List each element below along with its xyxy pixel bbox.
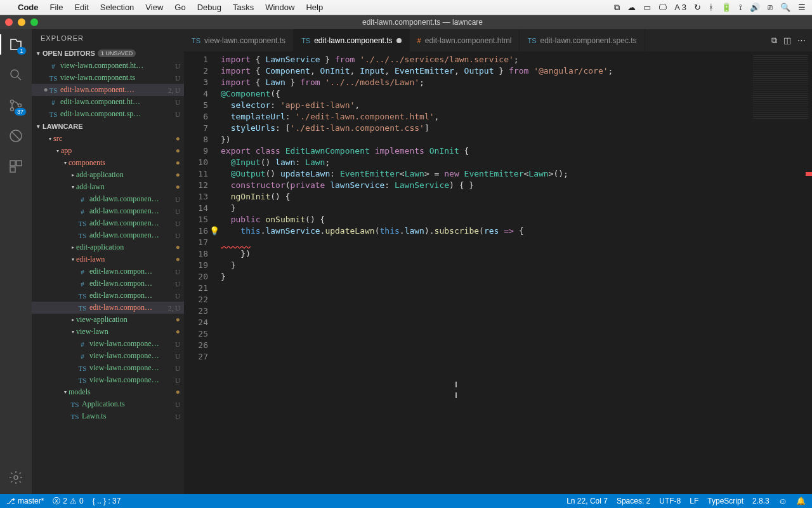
scm-badge: 37 (15, 108, 26, 116)
menu-view[interactable]: View (145, 3, 163, 12)
screen-icon[interactable]: ▭ (643, 3, 651, 12)
editor-tab[interactable]: #edit-lawn.component.html (410, 29, 520, 51)
battery-icon[interactable]: 🔋 (721, 3, 731, 12)
open-editor-item[interactable]: TSedit-lawn.component.sp…U (32, 108, 184, 120)
display-icon[interactable]: 🖵 (658, 3, 667, 12)
mac-menu-bar: Code File Edit Selection View Go Debug T… (0, 0, 812, 15)
tree-item[interactable]: #add-lawn.componen…U (32, 205, 184, 217)
minimap[interactable] (749, 51, 812, 494)
tree-item[interactable]: ▸edit-application● (32, 241, 184, 253)
tree-item[interactable]: ▸add-application● (32, 169, 184, 181)
adobe-icon[interactable]: A 3 (674, 3, 686, 12)
editor-tab[interactable]: TSedit-lawn.component.spec.ts (520, 29, 645, 51)
status-cursor[interactable]: Ln 22, Col 7 (566, 497, 608, 505)
tree-item[interactable]: ▾add-lawn● (32, 181, 184, 193)
spotlight-icon[interactable]: 🔍 (780, 3, 790, 12)
tree-item[interactable]: ▾view-lawn● (32, 326, 184, 338)
tree-item[interactable]: #add-lawn.componen…U (32, 193, 184, 205)
scm-icon[interactable]: 37 (7, 97, 25, 114)
status-language[interactable]: TypeScript (707, 497, 743, 505)
menu-help[interactable]: Help (306, 3, 323, 12)
status-eol[interactable]: LF (690, 497, 698, 505)
menu-go[interactable]: Go (174, 3, 185, 12)
svg-point-0 (11, 70, 18, 77)
dropbox-icon[interactable]: ⧉ (614, 3, 620, 13)
status-encoding[interactable]: UTF-8 (659, 497, 681, 505)
bluetooth-icon[interactable]: ᚼ (709, 3, 714, 12)
volume-icon[interactable]: 🔊 (750, 3, 760, 12)
menu-icon[interactable]: ☰ (798, 3, 806, 12)
editor-area: TSview-lawn.component.tsTSedit-lawn.comp… (184, 29, 812, 494)
tree-item[interactable]: TSview-lawn.compone…U (32, 362, 184, 374)
explorer-badge: 1 (17, 47, 26, 55)
tree-item[interactable]: ▾components● (32, 157, 184, 169)
editor-tab[interactable]: TSview-lawn.component.ts (184, 29, 294, 51)
settings-icon[interactable] (7, 469, 25, 486)
open-editors-header[interactable]: ▾ OPEN EDITORS 1 UNSAVED (32, 47, 184, 60)
feedback-icon[interactable]: ☺ (778, 496, 787, 506)
tree-item[interactable]: TSedit-lawn.compon…U (32, 290, 184, 302)
open-editor-item[interactable]: TSview-lawn.component.tsU (32, 72, 184, 84)
tree-item[interactable]: ▾app● (32, 145, 184, 157)
split-icon[interactable]: ◫ (783, 36, 791, 45)
tree-item[interactable]: #view-lawn.compone…U (32, 350, 184, 362)
tree-item[interactable]: TSview-lawn.compone…U (32, 374, 184, 386)
tree-item[interactable]: TSadd-lawn.componen…U (32, 229, 184, 241)
debug-icon[interactable] (7, 127, 25, 145)
code-editor[interactable]: 1234567891011121314151617181920212223242… (184, 51, 812, 494)
open-editor-item[interactable]: #edit-lawn.component.ht…U (32, 96, 184, 108)
tree-item[interactable]: TSedit-lawn.compon…2, U (32, 302, 184, 314)
tree-item[interactable]: TSLawn.tsU (32, 410, 184, 422)
menu-debug[interactable]: Debug (197, 3, 221, 12)
tree-item[interactable]: #edit-lawn.compon…U (32, 265, 184, 277)
svg-point-8 (14, 476, 18, 479)
explorer-icon[interactable]: 1 (7, 36, 25, 53)
status-spaces[interactable]: Spaces: 2 (617, 497, 650, 505)
editor-tabs: TSview-lawn.component.tsTSedit-lawn.comp… (184, 29, 812, 51)
menu-tasks[interactable]: Tasks (233, 3, 254, 12)
tree-item[interactable]: #view-lawn.compone…U (32, 338, 184, 350)
svg-rect-6 (16, 161, 22, 166)
maximize-window-button[interactable] (30, 18, 38, 26)
menu-selection[interactable]: Selection (100, 3, 134, 12)
open-editor-item[interactable]: ●TSedit-lawn.component.…2, U (32, 84, 184, 96)
more-icon[interactable]: ⋯ (797, 36, 806, 45)
menu-edit[interactable]: Edit (74, 3, 88, 12)
svg-point-2 (11, 108, 14, 111)
notifications-icon[interactable]: 🔔 (796, 497, 806, 505)
status-ts-version[interactable]: 2.8.3 (752, 497, 769, 505)
wifi-icon[interactable]: ⟟ (739, 3, 742, 13)
workspace-header[interactable]: ▾ LAWNCARE (32, 120, 184, 133)
status-errors[interactable]: ⓧ 2 ⚠ 0 (53, 496, 83, 507)
tree-item[interactable]: TSApplication.tsU (32, 398, 184, 410)
open-editor-item[interactable]: #view-lawn.component.ht…U (32, 60, 184, 72)
svg-point-1 (11, 100, 14, 104)
window-titlebar: edit-lawn.component.ts — lawncare (0, 15, 812, 29)
close-window-button[interactable] (5, 18, 13, 26)
tree-item[interactable]: #edit-lawn.compon…U (32, 277, 184, 290)
minimap-error-marker (806, 172, 812, 176)
editor-tab[interactable]: TSedit-lawn.component.ts (294, 29, 409, 51)
control-icon[interactable]: ⎚ (768, 3, 773, 12)
cloud-icon[interactable]: ☁ (627, 3, 636, 12)
tree-item[interactable]: TSadd-lawn.componen…U (32, 217, 184, 229)
sidebar-title: EXPLORER (32, 29, 184, 47)
tree-item[interactable]: ▾models● (32, 386, 184, 398)
search-icon[interactable] (7, 66, 25, 84)
svg-rect-7 (10, 167, 15, 172)
tree-item[interactable]: ▾src● (32, 133, 184, 145)
activity-bar: 1 37 (0, 29, 32, 494)
status-braces[interactable]: { .. } : 37 (93, 497, 121, 505)
tree-item[interactable]: ▸view-application● (32, 314, 184, 326)
git-branch[interactable]: ⎇ master* (6, 497, 44, 505)
status-bar: ⎇ master* ⓧ 2 ⚠ 0 { .. } : 37 Ln 22, Col… (0, 494, 812, 508)
tree-item[interactable]: ▾edit-lawn● (32, 253, 184, 265)
menu-window[interactable]: Window (265, 3, 294, 12)
timemachine-icon[interactable]: ↻ (694, 3, 701, 12)
minimize-window-button[interactable] (18, 18, 25, 26)
app-name[interactable]: Code (18, 3, 39, 12)
menu-file[interactable]: File (50, 3, 63, 12)
compare-icon[interactable]: ⧉ (771, 36, 777, 46)
window-title: edit-lawn.component.ts — lawncare (362, 18, 483, 27)
extensions-icon[interactable] (7, 157, 25, 175)
